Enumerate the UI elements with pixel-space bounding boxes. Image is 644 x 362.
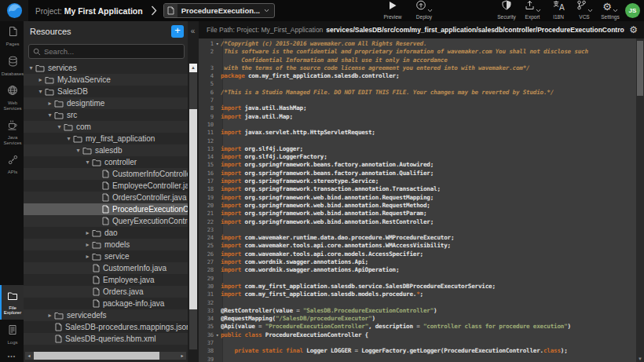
- file-icon: [55, 323, 62, 331]
- tree-item-dao[interactable]: ▸dao: [24, 227, 188, 239]
- wavemaker-logo[interactable]: [0, 0, 28, 21]
- sidebar-more-button[interactable]: •••: [0, 349, 24, 362]
- editor-settings-gear-icon[interactable]: ⚙: [629, 25, 638, 35]
- tree-item-services[interactable]: ▾services: [24, 62, 188, 74]
- sidebar-item-apis[interactable]: APIs: [0, 149, 24, 179]
- collapse-arrow-icon[interactable]: ▾: [36, 88, 45, 95]
- i18n-button[interactable]: AI18N: [547, 2, 570, 20]
- tree-item-MyJavaService[interactable]: ▸MyJavaService: [24, 74, 188, 86]
- expand-arrow-icon[interactable]: ▸: [36, 76, 45, 83]
- scroll-up-arrow-icon[interactable]: ▲: [189, 64, 197, 72]
- fold-gutter: [214, 242, 221, 250]
- tree-item-servicedefs[interactable]: ▸servicedefs: [24, 309, 188, 321]
- fold-gutter: [214, 299, 221, 307]
- tree-item-src[interactable]: ▾src: [24, 109, 188, 121]
- fold-gutter: [214, 64, 221, 72]
- tree-item-service[interactable]: ▸service: [24, 250, 188, 262]
- security-button[interactable]: Security: [495, 2, 518, 20]
- user-avatar[interactable]: JS: [625, 3, 640, 18]
- settings-button[interactable]: ⚙Settings: [598, 2, 622, 20]
- tree-item-CustomerInfoController.java[interactable]: CustomerInfoController.java: [24, 168, 188, 180]
- export-button[interactable]: Export: [521, 2, 544, 20]
- code-fold-arrow-icon[interactable]: ▾: [214, 40, 221, 48]
- page-selector-dropdown[interactable]: ProcedureExecution...: [163, 3, 275, 18]
- tree-item-Employee.java[interactable]: Employee.java: [24, 274, 188, 286]
- project-breadcrumb[interactable]: Project: My First Application: [35, 6, 143, 16]
- tree-item-OrdersController.java[interactable]: OrdersController.java: [24, 192, 188, 203]
- collapse-arrow-icon[interactable]: ▾: [46, 112, 54, 119]
- line-number: 20: [199, 202, 214, 210]
- tree-item-models[interactable]: ▸models: [24, 239, 188, 250]
- sidebar-item-pages[interactable]: Pages: [0, 21, 24, 51]
- tree-item-CustomerInfo.java[interactable]: CustomerInfo.java: [24, 262, 188, 274]
- fold-gutter: [214, 113, 221, 121]
- wavemaker-logo-icon: [6, 2, 23, 19]
- tree-item-SalesDB-queries.hbm.xml[interactable]: SalesDB-queries.hbm.xml: [24, 333, 188, 345]
- add-resource-button[interactable]: +: [171, 25, 184, 38]
- preview-button[interactable]: Preview: [381, 2, 404, 20]
- search-input[interactable]: [44, 47, 180, 56]
- editor-scrollbar-thumb[interactable]: [637, 41, 643, 96]
- line-number: 12: [199, 137, 214, 145]
- tree-item-SalesDB-procedures.mappings.json[interactable]: SalesDB-procedures.mappings.json: [24, 321, 188, 333]
- tree-item-controller[interactable]: ▾controller: [24, 156, 188, 168]
- file-path-bar: File Path: Project: My_First_Application…: [199, 21, 644, 38]
- tree-item-salesdb[interactable]: ▾salesdb: [24, 144, 188, 156]
- deploy-button[interactable]: Deploy: [412, 2, 436, 20]
- sidebar-item-web-services[interactable]: Web Services: [0, 80, 24, 115]
- file-icon: [93, 287, 100, 296]
- collapse-arrow-icon[interactable]: ▾: [55, 123, 64, 130]
- editor-vertical-scrollbar[interactable]: ▼: [636, 38, 644, 362]
- expand-arrow-icon[interactable]: ▸: [83, 229, 92, 236]
- tree-item-designtime[interactable]: ▸designtime: [24, 97, 188, 109]
- tree-item-Orders.java[interactable]: Orders.java: [24, 286, 188, 298]
- code-fold-arrow-icon[interactable]: ▾: [214, 331, 221, 339]
- tree-item-package-info.java[interactable]: package-info.java: [24, 298, 188, 309]
- vcs-button[interactable]: VCS: [573, 2, 596, 20]
- tree-item-SalesDB[interactable]: ▾SalesDB: [24, 86, 188, 97]
- gear-icon: ⚙: [602, 0, 612, 13]
- tree-horizontal-scrollbar[interactable]: ◂ ▸: [25, 352, 186, 360]
- code-line: 18import org.springframework.transaction…: [199, 185, 636, 193]
- sidebar-item-file-explorer[interactable]: File Explorer: [0, 285, 24, 320]
- collapse-panel-button[interactable]: «: [188, 26, 197, 37]
- sidebar-item-databases[interactable]: Databases: [0, 51, 24, 81]
- tree-item-QueryExecutionController.java[interactable]: QueryExecutionController.java: [24, 215, 188, 227]
- code-line: 28import com.wordnik.swagger.annotations…: [199, 266, 636, 274]
- folder-icon: [92, 229, 101, 237]
- tree-item-label: ProcedureExecutionController.java: [112, 205, 188, 214]
- tree-vertical-scrollbar[interactable]: ▲: [189, 64, 197, 349]
- scroll-right-arrow-icon[interactable]: ▸: [178, 352, 186, 360]
- tree-item-my_first_application[interactable]: ▾my_first_application: [24, 133, 188, 144]
- tree-vertical-scrollbar-thumb[interactable]: [189, 109, 197, 309]
- code-line: 3 with the terms of the source code lice…: [199, 64, 636, 72]
- tree-item-label: SalesDB-queries.hbm.xml: [65, 335, 156, 343]
- right-actions: SecurityExportAI18NVCS⚙Settings: [495, 2, 622, 20]
- fold-gutter: [214, 307, 221, 315]
- collapse-arrow-icon[interactable]: ▾: [27, 64, 35, 71]
- expand-arrow-icon[interactable]: ▸: [83, 241, 92, 248]
- expand-arrow-icon[interactable]: ▸: [46, 312, 54, 319]
- tree-item-label: src: [67, 111, 77, 119]
- collapse-arrow-icon[interactable]: ▾: [64, 135, 73, 142]
- collapse-arrow-icon[interactable]: ▾: [74, 147, 82, 154]
- scroll-left-arrow-icon[interactable]: ◂: [25, 352, 33, 360]
- expand-arrow-icon[interactable]: ▸: [46, 100, 54, 107]
- line-number: 39: [199, 356, 214, 362]
- tree-item-ProcedureExecutionController.java[interactable]: ProcedureExecutionController.java: [24, 203, 188, 215]
- code-area[interactable]: 1▾/*Copyright (c) 2015-2016 wavemaker.co…: [199, 38, 644, 362]
- top-bar: Project: My First Application ProcedureE…: [0, 0, 644, 21]
- sidebar-item-java-services[interactable]: Java Services: [0, 115, 24, 149]
- fold-gutter: [214, 210, 221, 218]
- fold-gutter: [214, 57, 221, 64]
- code-editor-pane: File Path: Project: My_First_Application…: [199, 21, 644, 362]
- line-number: 7: [199, 97, 214, 104]
- sidebar-item-logs[interactable]: Logs: [0, 320, 24, 349]
- folder-icon: [92, 159, 101, 166]
- expand-arrow-icon[interactable]: ▸: [83, 253, 92, 260]
- tree-item-EmployeeController.java[interactable]: EmployeeController.java: [24, 180, 188, 192]
- tree-item-com[interactable]: ▾com: [24, 121, 188, 133]
- tree-horizontal-scrollbar-thumb[interactable]: [34, 352, 159, 360]
- collapse-arrow-icon[interactable]: ▾: [83, 159, 92, 166]
- scroll-down-arrow-icon[interactable]: ▼: [636, 357, 644, 361]
